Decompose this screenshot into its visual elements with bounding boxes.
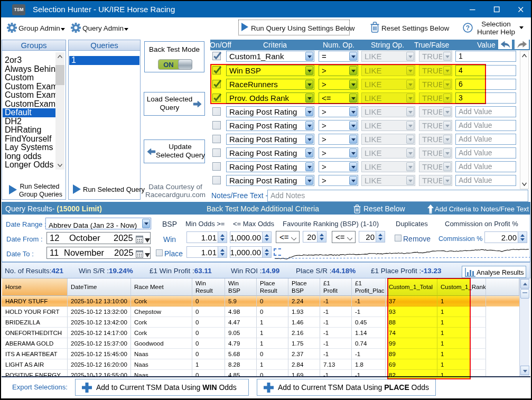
svg-text:?: ? bbox=[466, 24, 470, 32]
